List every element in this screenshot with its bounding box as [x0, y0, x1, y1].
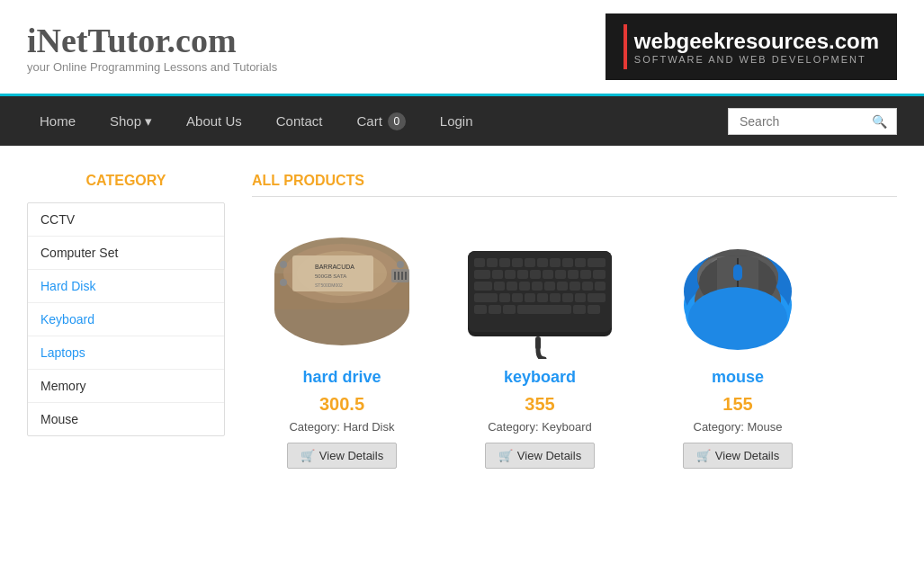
svg-rect-28	[588, 258, 606, 267]
svg-text:ST500DM002: ST500DM002	[315, 282, 343, 288]
svg-rect-30	[492, 270, 503, 279]
svg-point-14	[280, 261, 287, 268]
svg-rect-39	[474, 282, 492, 291]
search-icon: 🔍	[872, 114, 887, 129]
nav-shop[interactable]: Shop ▾	[97, 106, 165, 137]
svg-rect-59	[489, 305, 501, 314]
search-input[interactable]	[728, 108, 863, 135]
svg-rect-42	[519, 282, 530, 291]
mouse-svg: G	[661, 224, 814, 359]
svg-rect-20	[487, 258, 498, 267]
view-details-keyboard[interactable]: 🛒 View Details	[485, 443, 595, 469]
products-title: ALL PRODUCTS	[252, 173, 897, 197]
view-details-hard-drive[interactable]: 🛒 View Details	[287, 443, 397, 469]
svg-rect-43	[532, 282, 543, 291]
ad-red-bar	[623, 24, 627, 69]
header: iNetTutor.com your Online Programming Le…	[0, 0, 924, 96]
cart-badge: 0	[388, 112, 406, 130]
product-image-hard-drive: BARRACUDA 500GB SATA ST500DM002	[265, 224, 418, 359]
logo: iNetTutor.com your Online Programming Le…	[27, 21, 277, 74]
nav-contact[interactable]: Contact	[264, 106, 336, 136]
search-button[interactable]: 🔍	[863, 108, 897, 135]
category-item-laptops[interactable]: Laptops	[28, 336, 224, 370]
svg-rect-26	[562, 258, 573, 267]
category-list: CCTV Computer Set Hard Disk Keyboard Lap…	[27, 202, 225, 436]
svg-rect-21	[499, 258, 510, 267]
category-title: CATEGORY	[27, 173, 225, 189]
category-item-computer-set[interactable]: Computer Set	[28, 237, 224, 270]
cart-icon: 🛒	[696, 449, 711, 462]
svg-rect-11	[398, 272, 399, 280]
product-card-hard-drive: BARRACUDA 500GB SATA ST500DM002	[252, 215, 432, 478]
products-section: ALL PRODUCTS BARRACUDA	[252, 173, 897, 478]
category-item-memory[interactable]: Memory	[28, 370, 224, 403]
nav-home[interactable]: Home	[27, 106, 88, 136]
svg-rect-31	[505, 270, 516, 279]
category-item-mouse[interactable]: Mouse	[28, 403, 224, 435]
keyboard-svg	[463, 224, 616, 359]
svg-rect-34	[543, 270, 553, 279]
svg-point-81	[688, 287, 787, 350]
navbar: Home Shop ▾ About Us Contact Cart 0 Logi…	[0, 96, 924, 146]
svg-point-16	[397, 261, 404, 268]
svg-rect-29	[474, 270, 490, 279]
svg-rect-63	[588, 305, 600, 314]
svg-rect-37	[580, 270, 591, 279]
product-price-hard-drive: 300.5	[261, 394, 423, 415]
svg-point-15	[280, 279, 287, 286]
ad-banner: webgeekresources.com SOFTWARE AND WEB DE…	[606, 13, 897, 80]
svg-rect-10	[394, 272, 396, 280]
cart-icon: 🛒	[301, 449, 315, 462]
svg-rect-35	[555, 270, 566, 279]
cart-icon: 🛒	[498, 449, 513, 462]
svg-rect-19	[474, 258, 485, 267]
category-item-hard-disk[interactable]: Hard Disk	[28, 270, 224, 303]
nav-login[interactable]: Login	[427, 106, 486, 136]
product-category-hard-drive: Category: Hard Disk	[261, 420, 423, 434]
category-item-cctv[interactable]: CCTV	[28, 203, 224, 237]
products-grid: BARRACUDA 500GB SATA ST500DM002	[252, 215, 897, 478]
main-content: CATEGORY CCTV Computer Set Hard Disk Key…	[0, 146, 924, 505]
svg-rect-22	[512, 258, 523, 267]
svg-rect-46	[570, 282, 580, 291]
product-price-keyboard: 355	[459, 394, 621, 415]
svg-rect-41	[507, 282, 517, 291]
svg-text:BARRACUDA: BARRACUDA	[315, 264, 354, 270]
product-image-mouse: G	[661, 224, 814, 359]
svg-rect-57	[588, 293, 606, 302]
product-image-keyboard	[463, 224, 616, 359]
svg-rect-12	[401, 272, 403, 280]
svg-rect-52	[525, 293, 535, 302]
ad-sub: SOFTWARE AND WEB DEVELOPMENT	[634, 54, 879, 65]
svg-rect-32	[517, 270, 528, 279]
svg-rect-50	[499, 293, 510, 302]
svg-rect-48	[595, 282, 606, 291]
svg-rect-44	[544, 282, 555, 291]
svg-rect-55	[562, 293, 573, 302]
product-card-mouse: G	[648, 215, 828, 478]
svg-rect-58	[474, 305, 487, 314]
nav-about[interactable]: About Us	[174, 106, 255, 136]
svg-rect-56	[575, 293, 586, 302]
svg-rect-47	[582, 282, 593, 291]
view-details-mouse[interactable]: 🛒 View Details	[683, 443, 793, 469]
product-name-mouse: mouse	[657, 368, 819, 387]
svg-rect-38	[593, 270, 606, 279]
product-card-keyboard: keyboard 355 Category: Keyboard 🛒 View D…	[450, 215, 630, 478]
svg-rect-24	[537, 258, 548, 267]
svg-rect-49	[474, 293, 498, 302]
nav-cart[interactable]: Cart 0	[344, 105, 417, 138]
product-price-mouse: 155	[657, 394, 819, 415]
svg-rect-25	[550, 258, 561, 267]
svg-rect-40	[494, 282, 505, 291]
svg-rect-36	[568, 270, 579, 279]
nav-links: Home Shop ▾ About Us Contact Cart 0 Logi…	[27, 105, 486, 138]
category-item-keyboard[interactable]: Keyboard	[28, 303, 224, 336]
product-category-mouse: Category: Mouse	[657, 420, 819, 434]
svg-rect-13	[405, 272, 407, 280]
sidebar: CATEGORY CCTV Computer Set Hard Disk Key…	[27, 173, 225, 478]
logo-title: iNetTutor.com	[27, 21, 277, 60]
svg-rect-45	[557, 282, 568, 291]
svg-rect-80	[733, 264, 742, 281]
product-name-keyboard: keyboard	[459, 368, 621, 387]
